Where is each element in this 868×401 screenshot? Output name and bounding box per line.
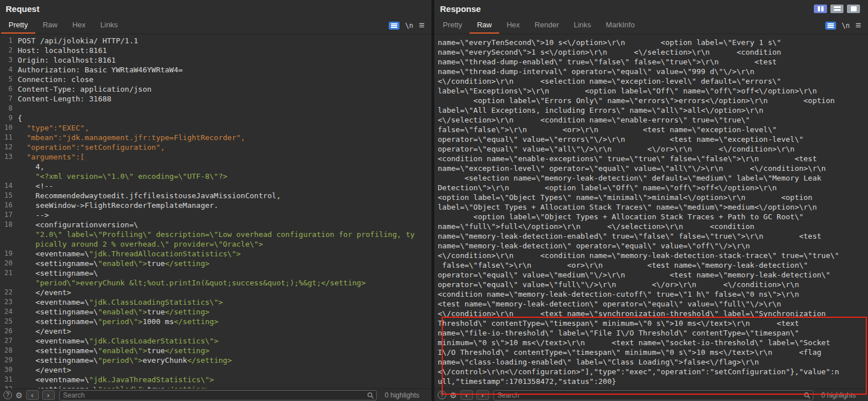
response-tab-pretty[interactable]: Pretty xyxy=(435,17,470,34)
request-tab-hex[interactable]: Hex xyxy=(65,17,93,34)
editor-line: 13 "arguments":[ xyxy=(2,152,431,162)
editor-line: <\/condition>\r\n <selection name=\"exce… xyxy=(437,76,868,86)
editor-line: 27 <eventname=\"jdk.ClassLoaderStatistic… xyxy=(2,336,431,346)
editor-line: 8 xyxy=(2,104,431,113)
line-number xyxy=(2,171,13,181)
line-content: "2.0\" label=\"Profiling\" description=\… xyxy=(18,230,415,239)
line-content: name=\"memory-leak-detection\" operator=… xyxy=(437,241,750,251)
editor-line: 20 <settingname=\"enabled\">true</settin… xyxy=(2,259,431,268)
response-search-field xyxy=(494,390,813,400)
request-tabs: PrettyRawHexLinks xyxy=(1,17,389,34)
response-panel: Response PrettyRawHexRenderLinksMarkInfo… xyxy=(434,0,868,401)
line-content: Connection: close xyxy=(18,75,93,84)
search-next-button[interactable]: › xyxy=(42,390,55,400)
layout-rows-button[interactable] xyxy=(830,5,843,13)
response-tab-hex[interactable]: Hex xyxy=(499,17,527,34)
editor-line: operator=\"equal\" value=\"all\"\/>\r\n … xyxy=(437,144,868,154)
line-content: <condition name=\"memory-leak-detection-… xyxy=(437,289,799,299)
line-number: 23 xyxy=(2,297,13,307)
request-editor[interactable]: 1POST /api/jolokia/ HTTP/1.12Host: local… xyxy=(0,34,431,388)
line-content: Content-Length: 31688 xyxy=(18,94,111,104)
line-content: seeWindow->FlightRecorderTemplateManager… xyxy=(18,200,218,210)
line-content: operator=\"equal\" value=\"medium\"\/>\r… xyxy=(437,270,830,280)
line-number: 18 xyxy=(2,220,13,230)
editor-line: minimum=\"0 s\">10 ms<\/text>\r\n <text … xyxy=(437,338,868,347)
line-content: "type":"EXEC", xyxy=(18,123,89,133)
line-number: 8 xyxy=(2,104,13,113)
response-tab-markinfo[interactable]: MarkInfo xyxy=(598,17,642,34)
show-newlines-toggle[interactable]: \n xyxy=(405,22,413,30)
word-wrap-icon[interactable] xyxy=(825,22,836,30)
response-tab-render[interactable]: Render xyxy=(527,17,567,34)
editor-line: 3Origin: localhost:8161 xyxy=(2,55,431,65)
line-content: false=\"false\">\r\n <or>\r\n <test name… xyxy=(437,125,777,134)
line-number: 31 xyxy=(2,375,13,384)
editor-line: 28 <settingname=\"enabled\">true</settin… xyxy=(2,346,431,355)
line-content: false=\"false\">\r\n <or>\r\n <test name… xyxy=(437,260,808,270)
line-content: name=\"thread-dump-interval\" operator=\… xyxy=(437,67,755,76)
editor-line: operator=\"equal\" value=\"medium\"\/>\r… xyxy=(437,270,868,280)
help-icon[interactable]: ? xyxy=(3,391,12,399)
line-content: <eventname=\"jdk.ClassLoadingStatistics\… xyxy=(18,297,223,307)
search-input[interactable] xyxy=(60,391,376,399)
editor-menu-icon[interactable]: ≡ xyxy=(855,21,861,30)
search-icon xyxy=(804,392,810,399)
editor-line: 10 "type":"EXEC", xyxy=(2,123,431,133)
line-content: ull,"timestamp":1701358472,"status":200} xyxy=(437,377,616,386)
response-tab-links[interactable]: Links xyxy=(567,17,598,34)
editor-line: 26 </event> xyxy=(2,326,431,336)
line-number: 6 xyxy=(2,84,13,94)
line-content: Origin: localhost:8161 xyxy=(18,55,116,65)
response-search-bar: ? ⚙ ‹ › 0 highlights xyxy=(434,388,868,401)
editor-line: Detection\">\r\n <option label=\"Off\" n… xyxy=(437,183,868,193)
layout-single-button[interactable] xyxy=(847,5,860,13)
line-number: 19 xyxy=(2,249,13,259)
response-editor[interactable]: name=\"everyTenSecond\">10 s<\/option>\r… xyxy=(434,34,868,388)
request-tab-pretty[interactable]: Pretty xyxy=(1,17,35,34)
line-content: pically around 2 % overhead.\" provider=… xyxy=(18,239,263,249)
response-tab-raw[interactable]: Raw xyxy=(470,17,499,34)
editor-line: name=\"memory-leak-detection-enabled\" t… xyxy=(437,231,868,241)
request-tab-raw[interactable]: Raw xyxy=(35,17,65,34)
search-prev-button[interactable]: ‹ xyxy=(26,390,39,400)
line-number: 17 xyxy=(2,210,13,220)
editor-line: "<?xml version=\"1.0\" encoding=\"UTF-8\… xyxy=(2,171,431,181)
editor-line: <condition name=\"enable-exceptions\" tr… xyxy=(437,154,868,163)
settings-gear-icon[interactable]: ⚙ xyxy=(450,391,457,399)
line-content: <\/selection>\r\n <condition name=\"enab… xyxy=(437,115,750,125)
line-content: label=\"Exceptions\">\r\n <option label=… xyxy=(437,86,817,96)
line-content: "arguments":[ xyxy=(18,152,84,162)
line-number: 4 xyxy=(2,65,13,75)
line-content: </event> xyxy=(18,288,71,297)
layout-columns-button[interactable] xyxy=(814,5,827,13)
editor-line: 4Authorization: Basic YWRtaW46YWRtaW4= xyxy=(2,65,431,75)
line-number: 26 xyxy=(2,326,13,336)
search-input[interactable] xyxy=(494,391,813,399)
help-icon[interactable]: ? xyxy=(438,391,446,399)
line-content: <!-- xyxy=(18,181,54,191)
line-content: name=\"file-io-threshold\" label=\"File … xyxy=(437,328,799,338)
line-number: 25 xyxy=(2,317,13,326)
settings-gear-icon[interactable]: ⚙ xyxy=(15,391,23,399)
request-tab-links[interactable]: Links xyxy=(93,17,125,34)
line-content: --> xyxy=(18,210,49,220)
editor-line: 25 <settingname=\"period\">1000 ms</sett… xyxy=(2,317,431,326)
editor-line: ull,"timestamp":1701358472,"status":200} xyxy=(437,377,868,386)
editor-menu-icon[interactable]: ≡ xyxy=(419,21,425,30)
line-number xyxy=(2,162,13,171)
editor-line: 7Content-Length: 31688 xyxy=(2,94,431,104)
line-number: 24 xyxy=(2,307,13,317)
show-newlines-toggle[interactable]: \n xyxy=(842,22,850,30)
line-number: 3 xyxy=(2,55,13,65)
editor-line: 19 <eventname=\"jdk.ThreadAllocationStat… xyxy=(2,249,431,259)
line-number: 2 xyxy=(2,46,13,55)
search-prev-button[interactable]: ‹ xyxy=(461,390,473,400)
line-content: <settingname=\"period\">everyChunk</sett… xyxy=(18,355,232,365)
line-content: name=\"full\">full<\/option>\r\n <\/sele… xyxy=(437,222,755,231)
word-wrap-icon[interactable] xyxy=(389,22,400,30)
line-content: "operation":"setConfiguration", xyxy=(18,142,165,152)
editor-line: 12 "operation":"setConfiguration", xyxy=(2,142,431,152)
search-next-button[interactable]: › xyxy=(476,390,489,400)
line-content: I\/O Threshold\" contentType=\"timespan\… xyxy=(437,347,821,357)
line-number: 27 xyxy=(2,336,13,346)
